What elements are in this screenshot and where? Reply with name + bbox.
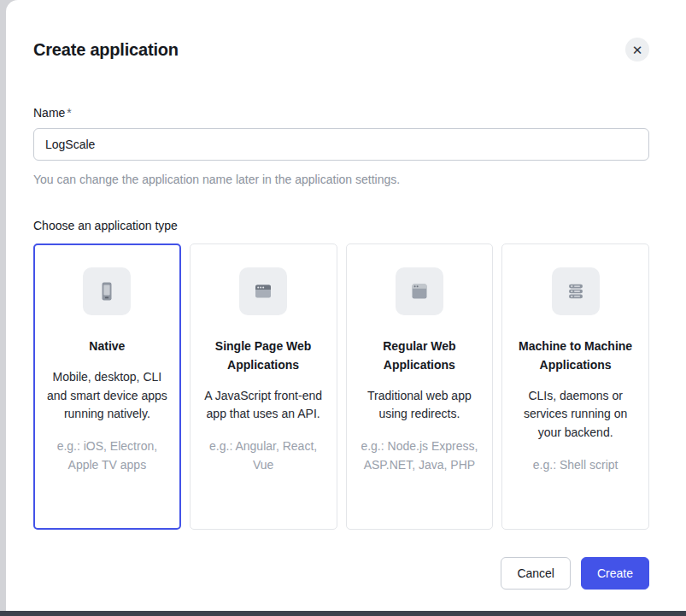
card-title: Machine to Machine Applications — [513, 337, 637, 374]
spa-browser-icon — [249, 278, 277, 305]
regular-web-icon-box — [396, 267, 443, 315]
name-helper-text: You can change the application name late… — [33, 171, 649, 188]
card-machine-to-machine[interactable]: Machine to Machine Applications CLIs, da… — [501, 243, 649, 530]
card-examples: e.g.: Shell script — [533, 456, 619, 475]
spa-icon-box — [239, 267, 287, 315]
page-title: Create application — [33, 40, 179, 60]
card-examples: e.g.: Node.js Express, ASP.NET, Java, PH… — [358, 437, 482, 474]
phone-icon — [93, 278, 120, 305]
close-icon: ✕ — [632, 44, 643, 56]
card-description: CLIs, daemons or services running on you… — [513, 387, 637, 443]
card-title: Single Page Web Applications — [202, 337, 325, 374]
application-type-label: Choose an application type — [33, 219, 649, 232]
modal-actions: Cancel Create — [33, 557, 649, 590]
cancel-button[interactable]: Cancel — [501, 557, 571, 590]
background-page-edge — [0, 611, 686, 616]
create-application-modal: Create application ✕ Name* You can chang… — [6, 0, 686, 611]
card-regular-web[interactable]: Regular Web Applications Traditional web… — [346, 243, 494, 530]
m2m-icon-box — [552, 267, 600, 315]
card-examples: e.g.: Angular, React, Vue — [202, 437, 325, 474]
server-stack-icon — [562, 278, 589, 305]
card-title: Regular Web Applications — [358, 337, 482, 374]
application-name-input[interactable] — [33, 128, 649, 161]
required-asterisk: * — [67, 106, 71, 120]
native-icon-box — [83, 267, 131, 315]
card-description: Mobile, desktop, CLI and smart device ap… — [45, 368, 169, 424]
modal-header: Create application ✕ — [33, 38, 649, 62]
card-title: Native — [89, 337, 125, 356]
card-description: A JavaScript front-end app that uses an … — [202, 387, 325, 424]
create-button[interactable]: Create — [581, 557, 649, 590]
application-type-cards: Native Mobile, desktop, CLI and smart de… — [33, 243, 649, 530]
card-description: Traditional web app using redirects. — [358, 387, 482, 424]
name-field-label: Name* — [33, 106, 649, 120]
card-single-page-web[interactable]: Single Page Web Applications A JavaScrip… — [190, 243, 337, 530]
close-button[interactable]: ✕ — [625, 38, 649, 62]
card-native[interactable]: Native Mobile, desktop, CLI and smart de… — [33, 243, 181, 530]
name-label-text: Name — [33, 106, 65, 120]
web-browser-icon — [406, 278, 433, 305]
card-examples: e.g.: iOS, Electron, Apple TV apps — [45, 437, 169, 474]
